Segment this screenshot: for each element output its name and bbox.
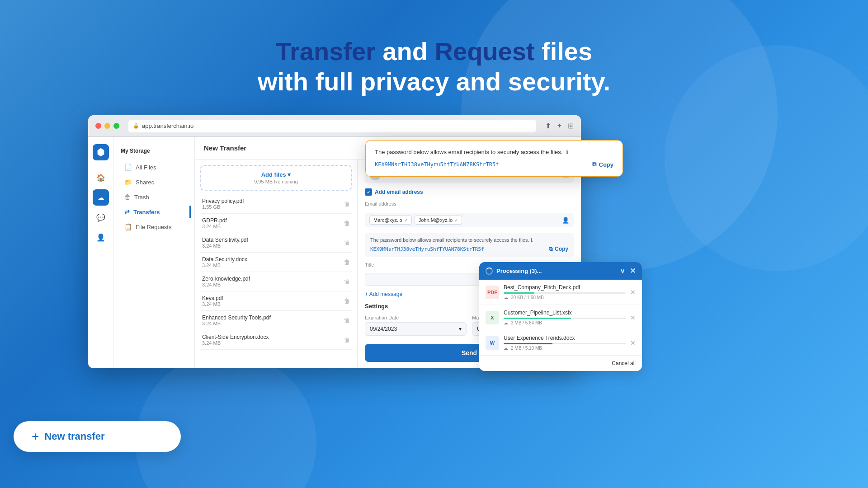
contacts-icon[interactable]: 👤 [93, 229, 109, 245]
file-info: Client-Side Encryption.docx 3.24 MB [202, 334, 269, 346]
file-info: GDPR.pdf 3.24 MB [202, 217, 227, 229]
chat-icon[interactable]: 💬 [93, 209, 109, 225]
upload-icon: ☁ [504, 346, 508, 351]
copy-button-inner[interactable]: ⧉ Copy [549, 246, 568, 252]
email-tag-john-text: John.M@xyz.io [419, 217, 453, 223]
close-processing-icon[interactable]: ✕ [630, 267, 636, 275]
add-email-checkbox[interactable]: ✓ [365, 188, 372, 196]
close-button[interactable] [95, 123, 101, 129]
sidebar-icons: 🏠 ☁ 💬 👤 [88, 137, 113, 368]
hero-files: files [542, 37, 592, 66]
app-logo[interactable] [93, 144, 109, 160]
minimize-button[interactable] [104, 123, 110, 129]
transfers-icon: ⇄ [124, 208, 130, 216]
file-progress-sizes: ☁ 2 MB / 5.10 MB [504, 346, 626, 351]
file-delete-icon[interactable]: 🗑 [344, 336, 350, 343]
password-text: KEX9MNsrTHJ38veTHyru5hfTYUAN78KStrTR5f [370, 246, 484, 252]
popup-info-icon[interactable]: ℹ [566, 149, 568, 155]
file-remove-icon[interactable]: ✕ [630, 289, 636, 296]
plus-icon: + [32, 429, 39, 444]
file-size: 3.24 MB [202, 340, 269, 346]
home-icon[interactable]: 🏠 [93, 169, 109, 186]
file-delete-icon[interactable]: 🗑 [344, 258, 350, 266]
file-info: Privacy policy.pdf 1.55 GB [202, 198, 244, 210]
new-tab-icon[interactable]: + [557, 122, 561, 130]
file-size: 3.24 MB [202, 282, 250, 287]
processing-header-actions[interactable]: ∨ ✕ [620, 267, 636, 275]
email-input-area[interactable]: Marc@xyz.io ✓ John.M@xyz.io ✓ 👤 [365, 213, 574, 227]
sidebar-item-file-requests[interactable]: 📋 File Requests [117, 220, 191, 234]
sidebar-item-transfers[interactable]: ⇄ Transfers [117, 205, 191, 219]
sidebar-item-trash[interactable]: 🗑 Trash [117, 190, 191, 204]
new-transfer-label: New transfer [44, 431, 104, 442]
cloud-icon[interactable]: ☁ [93, 189, 109, 206]
file-progress-name: Best_Company_Pitch_Deck.pdf [504, 284, 626, 291]
file-size: 3.24 MB [202, 301, 223, 307]
processing-panel: Processing (3)... ∨ ✕ PDF Best_Company_P… [479, 262, 642, 371]
sizes-text: 2 MB / 5.10 MB [511, 346, 542, 351]
popup-password-value: KEX9MNsrTHJ38veTHyru5hfTYUAN78KStrTR5f [375, 161, 499, 168]
password-value-row: KEX9MNsrTHJ38veTHyru5hfTYUAN78KStrTR5f ⧉… [370, 246, 568, 252]
expiration-chevron: ▾ [459, 326, 462, 332]
url-text: app.transferchain.io [142, 122, 193, 129]
nav-section-title: My Storage [113, 144, 194, 160]
file-delete-icon[interactable]: 🗑 [344, 220, 350, 227]
processing-spinner [486, 267, 493, 275]
file-name: Privacy policy.pdf [202, 198, 244, 204]
file-remove-icon[interactable]: ✕ [630, 314, 636, 321]
upload-icon: ☁ [504, 295, 508, 300]
file-delete-icon[interactable]: 🗑 [344, 200, 350, 207]
share-icon[interactable]: ⬆ [545, 122, 551, 130]
password-popup: The password below allows email recipien… [365, 140, 623, 177]
sizes-text: 3 MB / 5.64 MB [511, 320, 542, 325]
expiration-input[interactable]: 09/24/2023 ▾ [365, 322, 467, 336]
password-info-icon[interactable]: ℹ [531, 237, 533, 243]
file-name: Data Sensitivity.pdf [202, 237, 248, 243]
maximize-button[interactable] [113, 123, 119, 129]
password-box-inner: The password below allows email recipien… [365, 233, 574, 257]
file-size: 1.55 GB [202, 204, 244, 210]
file-progress-item: W User Experience Trends.docx ☁ 2 MB / 5… [479, 330, 642, 356]
hero-and: and [382, 37, 434, 66]
file-remove-icon[interactable]: ✕ [630, 339, 636, 347]
file-type-icon: W [486, 336, 499, 350]
file-delete-icon[interactable]: 🗑 [344, 278, 350, 285]
copy-icon-main: ⧉ [592, 161, 596, 168]
processing-title: Processing (3)... [496, 267, 542, 274]
file-size: 3.24 MB [202, 321, 271, 326]
email-action-icon[interactable]: 👤 [562, 217, 569, 224]
file-name: GDPR.pdf [202, 217, 227, 224]
trash-icon: 🗑 [124, 193, 131, 201]
expiration-field: Expiration Date 09/24/2023 ▾ [365, 315, 467, 336]
file-size: 3.24 MB [202, 243, 248, 249]
file-delete-icon[interactable]: 🗑 [344, 297, 350, 305]
file-name: Keys.pdf [202, 295, 223, 301]
email-tag-marc: Marc@xyz.io ✓ [369, 216, 412, 225]
sizes-text: 30 KB / 1.58 MB [511, 295, 544, 300]
add-email-row[interactable]: ✓ Add email address [365, 188, 574, 196]
add-files-button[interactable]: Add files ▾ 9,95 MB Remaining [200, 165, 352, 191]
grid-icon[interactable]: ⊞ [568, 122, 574, 130]
add-files-label: Add files ▾ [207, 171, 345, 178]
file-delete-icon[interactable]: 🗑 [344, 317, 350, 324]
file-name: Client-Side Encryption.docx [202, 334, 269, 340]
copy-icon-inner: ⧉ [549, 246, 553, 252]
collapse-icon[interactable]: ∨ [620, 267, 625, 275]
file-requests-icon: 📋 [124, 223, 132, 230]
file-progress-name: Customer_Pipeline_List.xslx [504, 310, 626, 316]
expiration-value: 09/24/2023 [370, 326, 397, 332]
all-files-label: All Files [136, 164, 156, 171]
file-panel: Add files ▾ 9,95 MB Remaining Privacy po… [195, 160, 358, 368]
cancel-all-row[interactable]: Cancel all [479, 356, 642, 371]
file-size: 3.24 MB [202, 224, 227, 229]
sidebar-item-shared[interactable]: 📁 Shared [117, 175, 191, 189]
address-bar[interactable]: 🔒 app.transferchain.io [128, 120, 536, 132]
file-item: Keys.pdf 3.24 MB 🗑 [200, 291, 352, 311]
sidebar-item-all-files[interactable]: 📄 All Files [117, 160, 191, 174]
file-name: Data Security.docx [202, 256, 247, 263]
new-transfer-button[interactable]: + New transfer [14, 421, 181, 452]
file-delete-icon[interactable]: 🗑 [344, 239, 350, 246]
upload-icon: ☁ [504, 320, 508, 325]
copy-button-main[interactable]: ⧉ Copy [592, 161, 614, 168]
bg-circle-3 [136, 352, 316, 488]
